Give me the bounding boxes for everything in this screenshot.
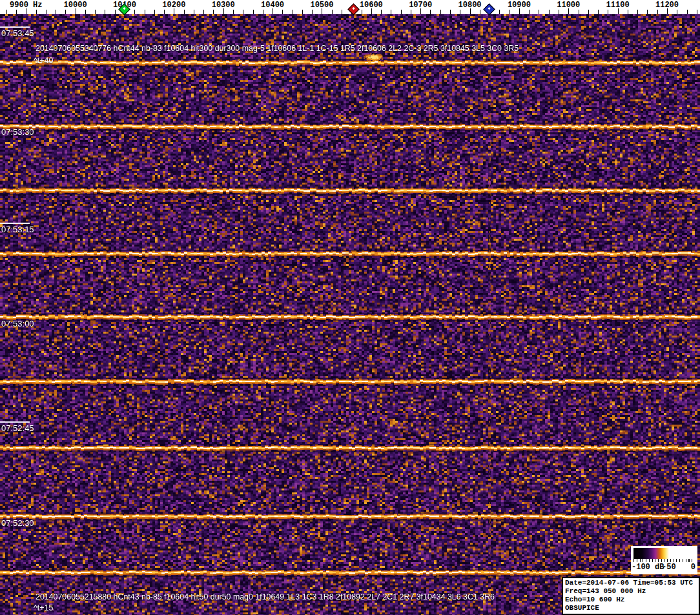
ruler-tick: [637, 10, 638, 14]
ruler-tick: [391, 10, 391, 14]
spectrogram-canvas: [0, 14, 700, 615]
ruler-tick: [6, 10, 7, 14]
ruler-tick: [203, 10, 204, 14]
ruler-tick: [36, 10, 37, 14]
ruler-tick: [233, 10, 234, 14]
spectrogram-screen: 9900 Hz100001010010200103001040010500106…: [0, 0, 700, 615]
ruler-tick: [65, 10, 66, 14]
ruler-tick: [687, 10, 688, 14]
ruler-tick: [282, 10, 283, 14]
ruler-tick: [312, 10, 313, 14]
ruler-tick: [480, 10, 480, 14]
marker-center-dot: [352, 7, 355, 10]
ruler-tick: [598, 10, 599, 14]
ruler-tick: [608, 10, 608, 14]
ruler-tick: [381, 10, 382, 14]
ruler-tick: [145, 10, 145, 14]
ruler-tick: [253, 10, 254, 14]
marker-center-dot: [123, 7, 125, 10]
ruler-tick: [46, 10, 46, 14]
ruler-label: 11200: [638, 1, 696, 10]
ruler-tick: [510, 10, 510, 14]
ruler-tick: [16, 10, 17, 14]
ruler-tick: [697, 10, 697, 14]
ruler-tick: [657, 10, 658, 14]
ruler-tick: [440, 10, 441, 14]
ruler-tick: [105, 10, 105, 14]
marker-center-dot: [488, 7, 490, 10]
ruler-tick: [263, 10, 263, 14]
ruler-tick: [430, 10, 431, 14]
ruler-tick: [332, 10, 333, 14]
ruler-tick: [115, 10, 116, 14]
ruler-tick: [411, 10, 411, 14]
ruler-tick: [293, 10, 293, 14]
ruler-tick: [213, 10, 214, 14]
ruler-tick: [579, 10, 579, 14]
ruler-tick: [450, 10, 451, 14]
ruler-tick: [342, 10, 342, 14]
ruler-tick: [95, 10, 96, 14]
frequency-ruler: 9900 Hz100001010010200103001040010500106…: [0, 0, 700, 14]
ruler-tick: [539, 10, 539, 14]
ruler-tick: [243, 10, 243, 14]
ruler-tick: [677, 10, 677, 14]
ruler-tick: [460, 10, 460, 14]
ruler-tick: [549, 10, 550, 14]
ruler-tick: [184, 10, 185, 14]
ruler-tick: [194, 10, 194, 14]
ruler-tick: [499, 10, 500, 14]
ruler-tick: [529, 10, 530, 14]
ruler-tick: [164, 10, 165, 14]
ruler-tick: [588, 10, 589, 14]
ruler-tick: [401, 10, 402, 14]
ruler-tick: [647, 10, 648, 14]
ruler-tick: [85, 10, 86, 14]
ruler-tick: [154, 10, 155, 14]
ruler-tick: [362, 10, 362, 14]
ruler-tick: [559, 10, 559, 14]
ruler-tick: [134, 10, 135, 14]
ruler-tick: [628, 10, 628, 14]
ruler-tick: [302, 10, 303, 14]
ruler-tick: [56, 10, 56, 14]
